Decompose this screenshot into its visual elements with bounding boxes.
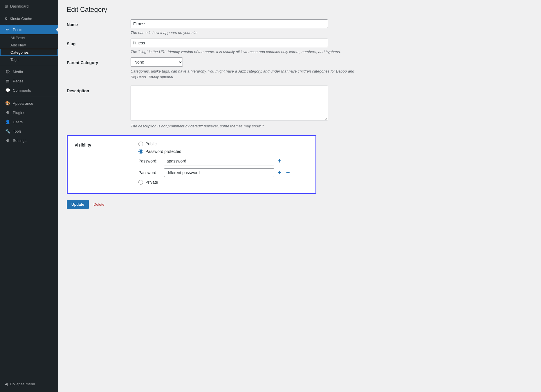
- plugins-icon: ⚙: [5, 110, 10, 115]
- visibility-options: Public Password protected Password: + Pa…: [138, 142, 309, 187]
- password-protected-radio[interactable]: [138, 149, 143, 154]
- sidebar-divider-1: [0, 65, 58, 65]
- sidebar-item-categories[interactable]: Categories: [0, 49, 58, 56]
- name-label: Name: [67, 19, 131, 36]
- private-radio-label[interactable]: Private: [145, 180, 158, 185]
- collapse-label: Collapse menu: [10, 382, 35, 386]
- description-textarea[interactable]: [131, 86, 328, 120]
- update-button[interactable]: Update: [67, 200, 89, 209]
- public-radio-label[interactable]: Public: [145, 142, 156, 146]
- sidebar: ⊞ Dashboard K Kinsta Cache ✏ Posts All P…: [0, 0, 58, 392]
- delete-button[interactable]: Delete: [93, 202, 104, 207]
- collapse-menu-button[interactable]: ◀ Collapse menu: [0, 379, 58, 392]
- media-icon: 🖼: [5, 69, 10, 74]
- tools-icon: 🔧: [5, 129, 10, 133]
- appearance-label: Appearance: [13, 101, 33, 106]
- slug-row: Slug The "slug" is the URL-friendly vers…: [67, 39, 357, 55]
- password2-label: Password:: [138, 170, 162, 175]
- description-description: The description is not prominent by defa…: [131, 123, 357, 129]
- sidebar-item-appearance[interactable]: 🎨 Appearance: [0, 99, 58, 108]
- name-input[interactable]: [131, 19, 328, 28]
- sidebar-divider-2: [0, 97, 58, 97]
- comments-icon: 💬: [5, 88, 10, 93]
- plugins-label: Plugins: [13, 111, 25, 115]
- settings-label: Settings: [13, 138, 26, 143]
- name-field-col: The name is how it appears on your site.: [131, 19, 357, 36]
- main-content: Edit Category Name The name is how it ap…: [58, 0, 541, 392]
- kinsta-icon: K: [5, 17, 7, 21]
- visibility-label: Visibility: [75, 142, 138, 187]
- sidebar-item-tags[interactable]: Tags: [0, 56, 58, 63]
- password2-input[interactable]: [164, 168, 274, 177]
- pages-icon: ▤: [5, 79, 10, 83]
- page-title: Edit Category: [67, 6, 532, 14]
- sidebar-item-pages[interactable]: ▤ Pages: [0, 76, 58, 86]
- parent-field-col: None Categories, unlike tags, can have a…: [131, 57, 357, 80]
- users-label: Users: [13, 120, 23, 124]
- description-row: Description The description is not promi…: [67, 86, 357, 129]
- slug-input[interactable]: [131, 39, 328, 47]
- public-radio-row: Public: [138, 142, 309, 146]
- visibility-box: Visibility Public Password protected Pas…: [67, 135, 316, 194]
- sidebar-item-tools[interactable]: 🔧 Tools: [0, 127, 58, 136]
- password1-input[interactable]: [164, 157, 274, 165]
- appearance-icon: 🎨: [5, 101, 10, 106]
- sidebar-item-all-posts[interactable]: All Posts: [0, 34, 58, 41]
- sidebar-item-media[interactable]: 🖼 Media: [0, 67, 58, 76]
- private-radio-row: Private: [138, 180, 309, 185]
- kinsta-cache-label: Kinsta Cache: [10, 17, 32, 21]
- password2-remove-button[interactable]: −: [285, 169, 291, 176]
- posts-section: ✏ Posts: [0, 25, 58, 34]
- sidebar-kinsta-cache-item[interactable]: K Kinsta Cache: [0, 12, 58, 25]
- sidebar-item-posts[interactable]: ✏ Posts: [0, 25, 58, 34]
- name-row: Name The name is how it appears on your …: [67, 19, 357, 36]
- password1-add-button[interactable]: +: [277, 157, 283, 165]
- users-icon: 👤: [5, 120, 10, 124]
- parent-category-select[interactable]: None: [131, 57, 183, 67]
- posts-submenu: All Posts Add New Categories Tags: [0, 34, 58, 63]
- parent-label: Parent Category: [67, 57, 131, 80]
- password-protected-label[interactable]: Password protected: [145, 149, 181, 154]
- sidebar-item-plugins[interactable]: ⚙ Plugins: [0, 108, 58, 117]
- slug-field-col: The "slug" is the URL-friendly version o…: [131, 39, 357, 55]
- sidebar-item-add-new[interactable]: Add New: [0, 41, 58, 49]
- action-row: Update Delete: [67, 200, 532, 209]
- password2-add-button[interactable]: +: [277, 169, 283, 176]
- tools-label: Tools: [13, 129, 21, 133]
- description-field-col: The description is not prominent by defa…: [131, 86, 357, 129]
- public-radio[interactable]: [138, 142, 143, 146]
- pages-label: Pages: [13, 79, 24, 83]
- password2-row: Password: + −: [138, 168, 309, 177]
- sidebar-dashboard-item[interactable]: ⊞ Dashboard: [0, 0, 58, 12]
- parent-description: Categories, unlike tags, can have a hier…: [131, 68, 357, 80]
- description-label: Description: [67, 86, 131, 129]
- password1-label: Password:: [138, 159, 162, 163]
- posts-label: Posts: [13, 28, 22, 32]
- slug-label: Slug: [67, 39, 131, 55]
- password1-row: Password: +: [138, 157, 309, 165]
- name-description: The name is how it appears on your site.: [131, 30, 357, 36]
- slug-description: The "slug" is the URL-friendly version o…: [131, 49, 357, 55]
- dashboard-label: Dashboard: [10, 4, 29, 8]
- sidebar-item-users[interactable]: 👤 Users: [0, 117, 58, 127]
- posts-icon: ✏: [5, 27, 10, 32]
- password-protected-radio-row: Password protected: [138, 149, 309, 154]
- private-radio[interactable]: [138, 180, 143, 185]
- settings-icon: ⚙: [5, 138, 10, 143]
- parent-category-row: Parent Category None Categories, unlike …: [67, 57, 357, 80]
- sidebar-item-settings[interactable]: ⚙ Settings: [0, 136, 58, 145]
- media-label: Media: [13, 70, 23, 74]
- collapse-icon: ◀: [5, 382, 8, 386]
- comments-label: Comments: [13, 88, 31, 93]
- dashboard-icon: ⊞: [5, 4, 8, 8]
- sidebar-item-comments[interactable]: 💬 Comments: [0, 86, 58, 95]
